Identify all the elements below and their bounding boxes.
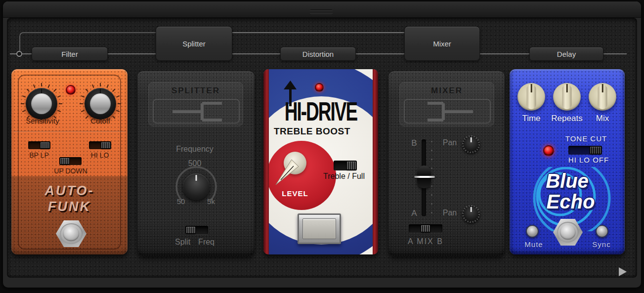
blue-echo-led bbox=[543, 145, 554, 156]
mix-tick bbox=[431, 167, 432, 169]
auto-funk-logo-line1: AUTO- bbox=[45, 183, 94, 198]
pan-bottom-label: Pan bbox=[440, 209, 460, 217]
splitter-icon-box bbox=[153, 99, 240, 124]
mix-tick bbox=[431, 194, 432, 196]
bp-lp-label: BP LP bbox=[23, 151, 55, 159]
repeats-knob[interactable] bbox=[553, 83, 581, 111]
splitter-title: SPLITTER bbox=[149, 86, 243, 96]
pan-top-label: Pan bbox=[440, 138, 460, 147]
sensitivity-label: Sensitivity bbox=[15, 117, 70, 125]
pedal-hi-drive: HI-DRIVE TREBLE BOOST Treble / Full LEVE… bbox=[263, 69, 378, 254]
pan-b-knob[interactable] bbox=[462, 135, 480, 153]
router-button-filter-label: Filter bbox=[61, 50, 78, 58]
frequency-label: Frequency bbox=[155, 145, 234, 154]
treble-full-switch-slider[interactable] bbox=[346, 161, 356, 170]
mix-tick bbox=[431, 185, 432, 187]
repeats-knob-indicator bbox=[566, 84, 568, 92]
mix-tick bbox=[431, 150, 432, 151]
hi-drive-right-edge bbox=[373, 69, 378, 254]
treble-boost-subtitle: TREBLE BOOST bbox=[274, 126, 350, 137]
split-freq-switch-slider[interactable] bbox=[186, 226, 196, 234]
router-button-filter[interactable]: Filter bbox=[32, 47, 108, 61]
mix-tick bbox=[431, 141, 432, 142]
auto-funk-led bbox=[66, 85, 76, 95]
router-button-distortion[interactable]: Distortion bbox=[280, 47, 356, 61]
hi-drive-left-edge bbox=[263, 69, 269, 254]
a-mix-b-label: A MIX B bbox=[401, 237, 450, 246]
cutoff-knob[interactable] bbox=[85, 88, 116, 120]
router-button-mixer-label: Mixer bbox=[433, 40, 451, 48]
frequency-knob[interactable] bbox=[183, 173, 210, 200]
mixer-icon-box bbox=[404, 99, 491, 124]
hi-drive-footswitch-plate bbox=[302, 218, 336, 239]
bus-a-label: A bbox=[404, 209, 424, 218]
mix-tick bbox=[431, 212, 432, 213]
freq-scale-50: 50 bbox=[171, 197, 191, 206]
router-button-delay[interactable]: Delay bbox=[529, 47, 603, 61]
sync-label: Sync bbox=[588, 240, 615, 249]
mix-slider-handle-line bbox=[414, 176, 435, 178]
treble-full-switch[interactable] bbox=[334, 161, 357, 170]
hi-drive-logo: HI-DRIVE bbox=[270, 97, 372, 127]
cutoff-knob-cap bbox=[90, 93, 111, 114]
blue-echo-logo-line1: Blue bbox=[546, 170, 589, 192]
mix-tick bbox=[431, 159, 432, 160]
split-label: Split bbox=[175, 238, 190, 247]
router-button-delay-label: Delay bbox=[557, 50, 576, 58]
freq-label: Freq bbox=[198, 238, 215, 247]
frequency-knob-pointer bbox=[196, 175, 197, 181]
play-icon[interactable] bbox=[619, 267, 627, 276]
split-icon bbox=[154, 100, 241, 124]
time-knob[interactable] bbox=[517, 83, 545, 111]
repeats-label: Repeats bbox=[551, 114, 583, 124]
pedal-auto-funk: Sensitivity Cutoff BP LP HI LO UP DOWN A… bbox=[11, 69, 128, 254]
mute-label: Mute bbox=[520, 240, 548, 249]
a-mix-b-switch-slider[interactable] bbox=[421, 225, 430, 232]
bp-lp-switch[interactable] bbox=[28, 141, 50, 149]
splitter-badge: SPLITTER bbox=[148, 82, 243, 126]
a-mix-b-switch[interactable] bbox=[409, 224, 442, 233]
mix-label: Mix bbox=[587, 114, 618, 124]
router-button-splitter-label: Splitter bbox=[182, 40, 206, 48]
router-button-mixer[interactable]: Mixer bbox=[404, 26, 480, 61]
hi-lo-switch-slider[interactable] bbox=[101, 142, 111, 149]
blue-echo-logo-line2: Echo bbox=[540, 191, 595, 212]
hi-drive-footswitch[interactable] bbox=[298, 213, 341, 244]
auto-funk-logo-line2: FUNK bbox=[48, 199, 91, 214]
pan-b-knob-pointer bbox=[471, 137, 472, 142]
mixer-badge: MIXER bbox=[399, 82, 494, 126]
pedal-splitter: SPLITTER Frequency 500 50 5k Split Freq bbox=[137, 71, 255, 256]
hi-lo-label: HI LO bbox=[84, 151, 116, 159]
tone-cut-label: TONE CUT bbox=[561, 134, 611, 143]
pedalboard-window: Filter Splitter Distortion Mixer Delay S… bbox=[0, 0, 644, 293]
cutoff-label: Cutoff bbox=[76, 117, 125, 125]
pan-a-knob-pointer bbox=[471, 207, 472, 212]
hi-drive-face: HI-DRIVE TREBLE BOOST Treble / Full LEVE… bbox=[269, 69, 373, 254]
up-down-switch-slider[interactable] bbox=[60, 158, 70, 165]
pedal-blue-echo: Time Repeats Mix TONE CUT HI LO OFF Blue… bbox=[510, 69, 625, 254]
drag-grip-handle[interactable] bbox=[310, 9, 333, 15]
bus-b-label: B bbox=[404, 138, 424, 148]
tone-cut-switch-slider[interactable] bbox=[590, 146, 601, 154]
mix-tick bbox=[431, 203, 432, 205]
pedal-mixer: MIXER B Pan A Pan A MIX B bbox=[388, 71, 505, 256]
router-button-distortion-label: Distortion bbox=[302, 50, 334, 58]
merge-icon bbox=[405, 100, 492, 124]
hi-lo-switch[interactable] bbox=[89, 141, 111, 149]
router-button-splitter[interactable]: Splitter bbox=[156, 26, 232, 61]
mix-knob[interactable] bbox=[589, 83, 616, 111]
sensitivity-knob-cap bbox=[31, 93, 52, 114]
pan-a-knob[interactable] bbox=[462, 205, 480, 223]
tone-cut-switch[interactable] bbox=[568, 146, 602, 155]
up-down-switch[interactable] bbox=[59, 157, 82, 165]
sensitivity-knob[interactable] bbox=[26, 88, 57, 120]
bp-lp-switch-slider[interactable] bbox=[40, 142, 50, 149]
auto-funk-logo: AUTO-FUNK bbox=[11, 183, 128, 214]
mixer-title: MIXER bbox=[400, 86, 494, 96]
freq-scale-5k: 5k bbox=[201, 197, 221, 206]
split-freq-switch[interactable] bbox=[185, 226, 208, 234]
up-down-label: UP DOWN bbox=[49, 167, 92, 175]
hi-lo-off-label: HI LO OFF bbox=[564, 156, 613, 164]
level-label: LEVEL bbox=[275, 189, 315, 198]
treble-full-label: Treble / Full bbox=[314, 172, 373, 181]
